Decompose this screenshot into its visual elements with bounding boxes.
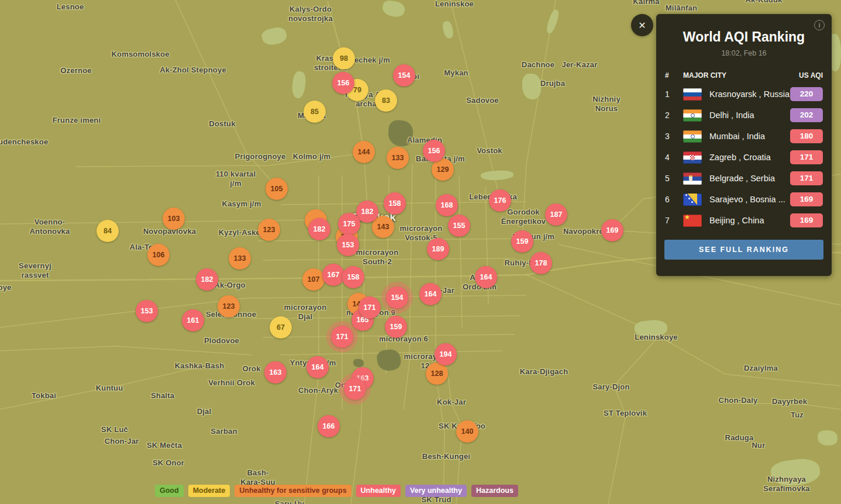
rank-number: 2	[665, 111, 678, 120]
aqi-station-marker[interactable]: 155	[448, 215, 470, 237]
rs-flag-icon	[683, 172, 702, 185]
legend-very-unhealthy: Very unhealthy	[405, 485, 467, 497]
aqi-station-marker[interactable]: 84	[96, 220, 119, 242]
aqi-station-marker[interactable]: 182	[196, 268, 218, 291]
ranking-row[interactable]: 6Sarajevo , Bosnia ...169	[656, 189, 832, 210]
aqi-station-marker[interactable]: 156	[423, 140, 445, 162]
city-name: Belgrade , Serbia	[709, 174, 790, 183]
aqi-station-marker[interactable]: 176	[489, 189, 511, 212]
aqi-station-marker[interactable]: 187	[545, 203, 567, 226]
aqi-value-badge: 171	[790, 171, 823, 185]
ranking-row[interactable]: 2Delhi , India202	[656, 105, 832, 126]
aqi-station-marker[interactable]: 171	[344, 378, 366, 400]
info-icon[interactable]: i	[814, 20, 825, 30]
aqi-station-marker[interactable]: 158	[342, 266, 364, 288]
aqi-station-marker[interactable]: 168	[436, 194, 458, 216]
aqi-value-badge: 171	[790, 150, 823, 164]
ba-flag-icon	[683, 194, 702, 206]
rank-number: 7	[665, 216, 678, 225]
aqi-station-marker[interactable]: 171	[331, 326, 353, 348]
city-name: Krasnoyarsk , Russia	[709, 89, 790, 99]
aqi-station-marker[interactable]: 85	[304, 101, 326, 123]
aqi-station-marker[interactable]: 153	[136, 300, 158, 322]
aqi-station-marker[interactable]: 156	[332, 72, 354, 94]
aqi-station-marker[interactable]: 167	[322, 264, 344, 286]
aqi-station-marker[interactable]: 178	[530, 252, 552, 274]
panel-title: World AQI Ranking	[656, 29, 832, 45]
rank-number: 1	[665, 89, 678, 99]
aqi-station-marker[interactable]: 154	[393, 64, 415, 87]
aqi-station-marker[interactable]: 164	[475, 266, 497, 288]
aqi-station-marker[interactable]: 171	[359, 296, 381, 319]
aqi-station-marker[interactable]: 194	[435, 343, 457, 365]
panel-timestamp: 18:02, Feb 16	[656, 49, 832, 57]
aqi-station-marker[interactable]: 67	[270, 316, 292, 339]
legend-moderate: Moderate	[188, 485, 230, 497]
cn-flag-icon	[683, 215, 702, 227]
aqi-station-marker[interactable]: 182	[308, 218, 330, 240]
legend-good: Good	[155, 485, 184, 497]
aqi-station-marker[interactable]: 154	[386, 286, 408, 309]
aqi-station-marker[interactable]: 164	[419, 283, 442, 305]
in-flag-icon	[683, 130, 702, 143]
aqi-station-marker[interactable]: 175	[338, 213, 360, 235]
ranking-row[interactable]: 3Mumbai , India180	[656, 126, 832, 147]
city-name: Mumbai , India	[709, 132, 790, 141]
aqi-station-marker[interactable]: 166	[318, 415, 340, 437]
ranking-rows: 1Krasnoyarsk , Russia2202Delhi , India20…	[656, 84, 832, 231]
aqi-station-marker[interactable]: 133	[387, 147, 409, 169]
map-canvas[interactable]: LesnoeKalys-Ordo novostrojkaLeninskoeKai…	[0, 0, 841, 504]
aqi-station-marker[interactable]: 133	[229, 247, 251, 270]
city-name: Delhi , India	[709, 111, 790, 120]
aqi-station-marker[interactable]: 169	[601, 219, 623, 241]
city-name: Sarajevo , Bosnia ...	[709, 195, 790, 204]
aqi-station-marker[interactable]: 144	[353, 141, 375, 163]
aqi-value-badge: 202	[790, 108, 823, 122]
ranking-row[interactable]: 5Belgrade , Serbia171	[656, 168, 832, 189]
aqi-station-marker[interactable]: 106	[147, 244, 170, 266]
aqi-legend: GoodModerateUnhealthy for sensitive grou…	[155, 485, 523, 497]
column-city: MAJOR CITY	[683, 71, 790, 80]
in-flag-icon	[683, 109, 702, 122]
world-aqi-ranking-panel: i World AQI Ranking 18:02, Feb 16 # MAJO…	[656, 14, 832, 276]
rank-number: 6	[665, 195, 678, 204]
legend-hazardous: Hazardous	[471, 485, 518, 497]
ru-flag-icon	[683, 88, 702, 101]
city-name: Beijing , China	[709, 216, 790, 225]
aqi-station-marker[interactable]: 105	[266, 178, 288, 200]
aqi-station-marker[interactable]: 159	[385, 316, 407, 338]
aqi-station-marker[interactable]: 189	[427, 238, 449, 260]
column-rank: #	[665, 71, 678, 80]
aqi-station-marker[interactable]: 128	[426, 363, 448, 385]
aqi-station-marker[interactable]: 140	[456, 420, 478, 443]
aqi-station-marker[interactable]: 163	[264, 361, 287, 384]
ranking-row[interactable]: 4Zagreb , Croatia171	[656, 147, 832, 168]
aqi-station-marker[interactable]: 153	[337, 234, 359, 256]
aqi-station-marker[interactable]: 98	[333, 47, 355, 70]
aqi-station-marker[interactable]: 159	[511, 230, 533, 253]
rank-number: 3	[665, 132, 678, 141]
aqi-station-marker[interactable]: 164	[306, 356, 329, 378]
city-name: Zagreb , Croatia	[709, 153, 790, 162]
aqi-station-marker[interactable]: 158	[384, 192, 406, 215]
aqi-station-marker[interactable]: 161	[182, 309, 204, 332]
ranking-row[interactable]: 7Beijing , China169	[656, 210, 832, 231]
aqi-value-badge: 169	[790, 213, 823, 227]
legend-unhealthy: Unhealthy	[356, 485, 401, 497]
aqi-value-badge: 180	[790, 129, 823, 143]
hr-flag-icon	[683, 151, 702, 164]
aqi-value-badge: 169	[790, 192, 823, 206]
ranking-table-header: # MAJOR CITY US AQI	[656, 69, 832, 82]
aqi-value-badge: 220	[790, 87, 823, 101]
aqi-station-marker[interactable]: 123	[258, 219, 280, 241]
aqi-station-marker[interactable]: 103	[163, 208, 185, 230]
aqi-station-marker[interactable]: 107	[302, 268, 325, 291]
ranking-row[interactable]: 1Krasnoyarsk , Russia220	[656, 84, 832, 105]
column-aqi: US AQI	[790, 71, 823, 80]
aqi-station-marker[interactable]: 83	[375, 89, 397, 112]
aqi-station-marker[interactable]: 123	[218, 295, 240, 317]
legend-unhealthy-for-sensitive-groups: Unhealthy for sensitive groups	[235, 485, 351, 497]
rank-number: 4	[665, 153, 678, 162]
close-icon[interactable]: ✕	[631, 14, 653, 36]
see-full-ranking-button[interactable]: SEE FULL RANKING	[664, 240, 823, 260]
